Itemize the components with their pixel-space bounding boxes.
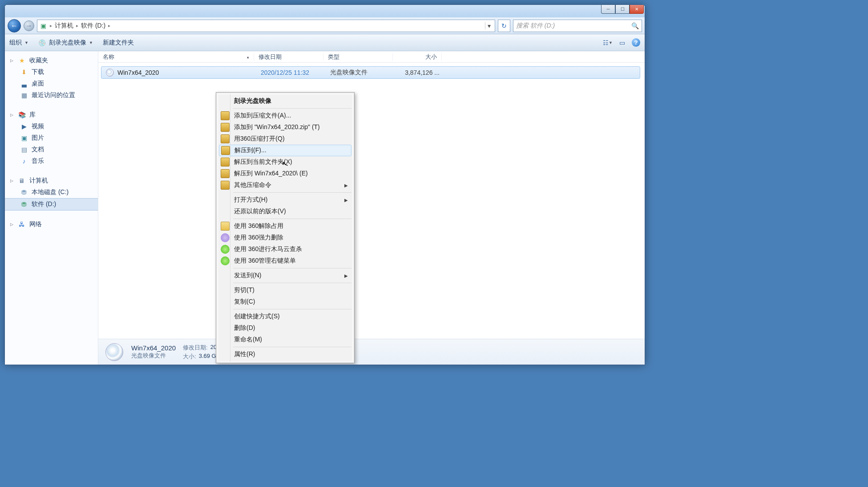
library-icon: 📚 [18,111,26,119]
preview-pane-button[interactable]: ▭ [618,38,626,47]
computer-icon: 🖥 [18,177,26,185]
music-icon: ♪ [20,157,28,165]
document-icon: ▤ [20,146,28,154]
column-type[interactable]: 类型 [323,53,393,61]
details-filetype: 光盘映像文件 [131,352,176,360]
ctx-copy[interactable]: 复制(C) [218,296,352,308]
breadcrumb-folder[interactable]: 软件 (D:) [81,22,105,30]
address-bar[interactable]: ▣ ▸ 计算机 ▸ 软件 (D:) ▸ ▾ [37,20,495,32]
ctx-create-shortcut[interactable]: 创建快捷方式(S) [218,311,352,322]
chevron-icon: ▸ [76,23,78,28]
sidebar-item-videos[interactable]: ▶视频 [5,121,98,132]
ctx-cut[interactable]: 剪切(T) [218,284,352,296]
address-dropdown[interactable]: ▾ [485,22,493,29]
details-icon [105,342,124,362]
sidebar: ▷★收藏夹 ⬇下载 ▃桌面 ▦最近访问的位置 ▷📚库 ▶视频 ▣图片 ▤文档 ♪… [5,51,98,365]
ctx-burn-image[interactable]: 刻录光盘映像 [218,95,352,107]
ctx-open-with[interactable]: 打开方式(H)▶ [218,194,352,206]
sidebar-item-documents[interactable]: ▤文档 [5,144,98,155]
details-pane: Win7x64_2020 光盘映像文件 修改日期:2020/12/25 11:3… [98,339,645,365]
forward-button[interactable]: → [24,20,34,31]
minimize-button[interactable]: ─ [601,5,615,14]
sidebar-item-recent[interactable]: ▦最近访问的位置 [5,89,98,101]
ctx-other-compress[interactable]: 其他压缩命令▶ [218,179,352,191]
sidebar-item-desktop[interactable]: ▃桌面 [5,78,98,89]
ctx-open-360zip[interactable]: 用360压缩打开(Q) [218,133,352,145]
sidebar-computer-head[interactable]: ▷🖥计算机 [5,175,98,187]
ctx-extract-here[interactable]: 解压到当前文件夹(X) [218,156,352,168]
star-icon: ★ [18,57,26,65]
ctx-extract-folder[interactable]: 解压到 Win7x64_2020\ (E) [218,168,352,179]
new-folder-button[interactable]: 新建文件夹 [103,39,134,47]
archive-icon [221,111,230,120]
ctx-360-scan[interactable]: 使用 360进行木马云查杀 [218,244,352,255]
chevron-right-icon: ▶ [344,273,348,278]
archive-icon [221,181,230,190]
help-button[interactable]: ? [632,38,640,47]
details-filename: Win7x64_2020 [131,344,176,352]
file-name: Win7x64_2020 [117,69,159,76]
drive-icon: ⛃ [20,188,28,196]
sidebar-item-downloads[interactable]: ⬇下载 [5,66,98,78]
close-button[interactable]: ✕ [630,5,644,14]
ctx-properties[interactable]: 属性(R) [218,349,352,360]
scan-icon [221,245,230,254]
picture-icon: ▣ [20,134,28,142]
chevron-right-icon: ▶ [344,183,348,188]
ctx-send-to[interactable]: 发送到(N)▶ [218,270,352,281]
nav-bar: ← → ▣ ▸ 计算机 ▸ 软件 (D:) ▸ ▾ ↻ 搜索 软件 (D:) 🔍 [5,17,645,34]
organize-button[interactable]: 组织▼ [9,39,28,47]
archive-icon [221,123,230,132]
search-placeholder: 搜索 软件 (D:) [516,22,555,30]
drive-icon: ▣ [39,22,47,30]
file-type: 光盘映像文件 [326,69,395,77]
recent-icon: ▦ [20,91,28,99]
back-button[interactable]: ← [8,19,21,32]
maximize-button[interactable]: ☐ [615,5,630,14]
search-icon: 🔍 [631,22,639,29]
ctx-delete[interactable]: 删除(D) [218,322,352,334]
sidebar-item-localc[interactable]: ⛃本地磁盘 (C:) [5,187,98,198]
ctx-360-menu[interactable]: 使用 360管理右键菜单 [218,255,352,267]
sidebar-libraries-head[interactable]: ▷📚库 [5,109,98,121]
ctx-extract-to[interactable]: 解压到(F)... [219,145,351,156]
column-date[interactable]: 修改日期 [254,53,323,61]
column-name[interactable]: 名称▴ [98,53,254,61]
column-headers: 名称▴ 修改日期 类型 大小 [98,51,645,63]
archive-icon [221,158,230,166]
ctx-360-unlock[interactable]: 使用 360解除占用 [218,220,352,232]
column-size[interactable]: 大小 [393,53,442,61]
ctx-rename[interactable]: 重命名(M) [218,334,352,345]
ctx-restore-versions[interactable]: 还原以前的版本(V) [218,206,352,217]
details-date-label: 修改日期: [183,344,208,352]
download-icon: ⬇ [20,68,28,76]
sidebar-item-softd[interactable]: ⛃软件 (D:) [5,198,98,211]
video-icon: ▶ [20,122,28,130]
sidebar-network-head[interactable]: ▷🖧网络 [5,219,98,230]
disc-icon [106,69,114,77]
sidebar-favorites-head[interactable]: ▷★收藏夹 [5,55,98,66]
ctx-360-force-delete[interactable]: 使用 360强力删除 [218,232,352,244]
context-menu: 刻录光盘映像 添加到压缩文件(A)... 添加到 "Win7x64_2020.z… [216,92,355,363]
menu-icon [221,256,230,265]
refresh-button[interactable]: ↻ [498,20,510,32]
sidebar-item-pictures[interactable]: ▣图片 [5,132,98,144]
view-options-button[interactable]: ☷ ▼ [603,38,612,47]
chevron-right-icon: ▶ [344,198,348,203]
burn-button[interactable]: 💿 刻录光盘映像▼ [38,39,93,47]
search-input[interactable]: 搜索 软件 (D:) 🔍 [513,20,642,32]
file-date: 2020/12/25 11:32 [256,69,326,76]
ctx-add-to-archive[interactable]: 添加到压缩文件(A)... [218,110,352,122]
breadcrumb-computer[interactable]: 计算机 [55,22,73,30]
file-size: 3,874,126 ... [395,69,444,76]
sidebar-item-music[interactable]: ♪音乐 [5,155,98,167]
content-pane: 名称▴ 修改日期 类型 大小 Win7x64_2020 2020/12/25 1… [98,51,645,365]
chevron-icon: ▸ [50,23,52,28]
file-row[interactable]: Win7x64_2020 2020/12/25 11:32 光盘映像文件 3,8… [101,66,640,79]
ctx-add-to-zip[interactable]: 添加到 "Win7x64_2020.zip" (T) [218,122,352,133]
drive-icon: ⛃ [20,200,28,208]
archive-icon [221,134,230,143]
explorer-window: ─ ☐ ✕ ← → ▣ ▸ 计算机 ▸ 软件 (D:) ▸ ▾ ↻ 搜索 软件 … [4,4,645,365]
network-icon: 🖧 [18,220,26,228]
details-size-label: 大小: [183,353,196,361]
